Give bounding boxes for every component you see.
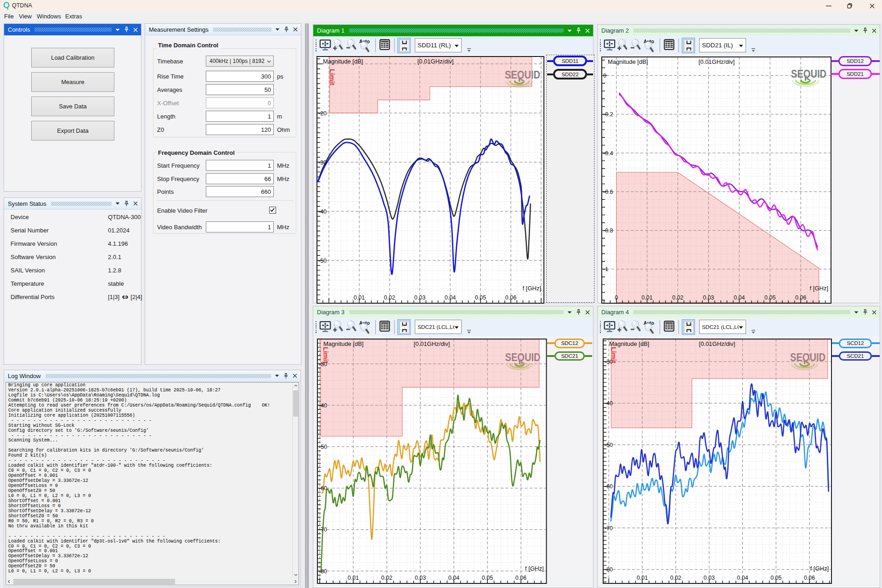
svg-text:0.04: 0.04 [734,294,745,301]
svg-text:0.02: 0.02 [381,575,392,581]
svg-text:-0.2: -0.2 [603,111,613,118]
svg-text:Limit: Limit [328,69,336,85]
svg-text:0.03: 0.03 [703,294,714,301]
svg-text:-40: -40 [605,400,613,407]
svg-text:-60: -60 [605,483,613,490]
svg-text:-50: -50 [319,444,327,450]
svg-text:0.06: 0.06 [804,575,815,581]
svg-text:0.01: 0.01 [637,575,648,581]
svg-text:0.06: 0.06 [515,575,526,581]
svg-text:0.02: 0.02 [384,294,395,301]
svg-text:0.05: 0.05 [481,575,492,581]
svg-text:-50: -50 [605,442,613,448]
svg-text:-0.8: -0.8 [603,227,613,234]
svg-text:Magnitude [dB]: Magnitude [dB] [609,340,649,347]
svg-text:[0.01GHz/div]: [0.01GHz/div] [413,340,450,347]
svg-text:0.04: 0.04 [448,575,459,581]
svg-text:Magnitude [dB]: Magnitude [dB] [608,58,648,65]
svg-text:-50: -50 [318,258,327,264]
svg-text:0: 0 [615,294,618,301]
svg-text:Limit: Limit [322,347,329,363]
svg-text:0.03: 0.03 [414,575,425,581]
svg-text:0.02: 0.02 [672,294,683,301]
svg-text:-70: -70 [319,526,327,533]
svg-text:-70: -70 [605,525,613,531]
svg-text:Magnitude [dB]: Magnitude [dB] [323,58,363,65]
svg-text:-40: -40 [319,402,327,409]
svg-text:0.03: 0.03 [414,294,425,301]
svg-text:0.06: 0.06 [505,294,516,301]
svg-text:0: 0 [603,73,606,79]
svg-text:-20: -20 [318,110,327,117]
svg-text:0.03: 0.03 [704,575,715,581]
svg-text:[0.01GHz/div]: [0.01GHz/div] [699,58,735,65]
svg-text:0.06: 0.06 [795,294,806,301]
svg-text:f [GHz]: f [GHz] [810,565,829,572]
svg-text:0.01: 0.01 [347,575,358,581]
svg-text:0.01: 0.01 [641,294,652,301]
svg-text:0.01: 0.01 [354,294,365,301]
svg-text:-0.6: -0.6 [603,189,613,195]
svg-text:f [GHz]: f [GHz] [525,565,543,572]
svg-text:SEQUID: SEQUID [791,68,826,80]
svg-text:-60: -60 [319,485,327,492]
svg-text:-0.4: -0.4 [603,150,613,157]
svg-text:f [GHz]: f [GHz] [523,285,541,292]
svg-text:[0.01GHz/div]: [0.01GHz/div] [699,340,735,347]
svg-text:0.04: 0.04 [445,294,456,301]
svg-text:0.05: 0.05 [764,294,775,301]
svg-text:-80: -80 [605,566,613,573]
svg-text:-30: -30 [318,159,327,166]
svg-text:0.02: 0.02 [670,575,681,581]
svg-text:f [GHz]: f [GHz] [810,285,828,292]
svg-text:0.05: 0.05 [770,575,781,581]
svg-text:-80: -80 [319,568,327,575]
svg-text:0.05: 0.05 [475,294,486,301]
svg-text:-40: -40 [318,209,327,215]
svg-text:0.04: 0.04 [737,575,748,581]
svg-text:Magnitude [dB]: Magnitude [dB] [323,340,363,347]
svg-text:Limit: Limit [610,347,618,363]
svg-text:-1: -1 [603,266,608,272]
svg-text:[0.01GHz/div]: [0.01GHz/div] [418,58,454,65]
